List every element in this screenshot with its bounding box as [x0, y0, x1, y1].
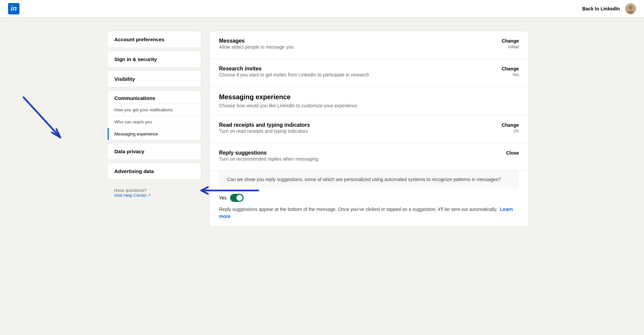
sidebar-item-who-can-reach[interactable]: Who can reach you	[108, 116, 201, 128]
sidebar-section-advertising: Advertising data	[107, 163, 201, 180]
topnav-left: in	[8, 3, 19, 14]
content-card: Messages Allow select people to message …	[209, 31, 529, 227]
messages-row: Messages Allow select people to message …	[210, 31, 528, 59]
sidebar-section-signin: Sign in & security	[107, 51, 201, 68]
sidebar-item-how-notifications[interactable]: How you get your notifications	[108, 104, 201, 116]
topnav-right: Back to LinkedIn	[582, 3, 636, 14]
messages-title: Messages Allow select people to message …	[219, 38, 294, 51]
help-question: Have questions?	[114, 188, 195, 193]
research-invites-row: Research invites Choose if you want to g…	[210, 59, 528, 87]
read-receipts-change-button[interactable]: Change	[502, 122, 519, 128]
sidebar-item-messaging-experience[interactable]: Messaging experience	[108, 128, 201, 140]
sidebar: Account preferences Sign in & security V…	[107, 24, 201, 234]
back-to-linkedin-link[interactable]: Back to LinkedIn	[582, 6, 620, 11]
messages-row-header: Messages Allow select people to message …	[219, 38, 519, 51]
toggle-track	[230, 194, 244, 202]
sidebar-section-visibility: Visibility	[107, 70, 201, 88]
toggle-row: Yes	[219, 194, 519, 202]
reply-suggestions-question: Can we show you reply suggestions, some …	[219, 171, 519, 188]
messages-right: Change InMail	[496, 38, 519, 49]
sidebar-item-visibility[interactable]: Visibility	[108, 71, 201, 87]
reply-suggestions-right: Close	[501, 150, 519, 156]
visit-help-center-link[interactable]: Visit Help Center↗	[114, 193, 151, 198]
research-invites-header: Research invites Choose if you want to g…	[219, 66, 519, 78]
research-invites-status: Yes	[496, 72, 519, 77]
reply-suggestions-toggle[interactable]	[230, 194, 244, 202]
sidebar-item-signin-security[interactable]: Sign in & security	[108, 51, 201, 67]
svg-point-1	[629, 6, 633, 10]
read-receipts-header: Read receipts and typing indicators Turn…	[219, 122, 519, 135]
reply-suggestions-footnote: Reply suggestions appear at the bottom o…	[219, 206, 519, 220]
reply-suggestions-left: Reply suggestions Turn on recommended re…	[219, 150, 318, 163]
avatar[interactable]	[625, 3, 636, 14]
sidebar-help: Have questions? Visit Help Center↗	[107, 182, 201, 203]
read-receipts-row: Read receipts and typing indicators Turn…	[210, 115, 528, 143]
sidebar-item-advertising-data[interactable]: Advertising data	[108, 163, 201, 179]
sidebar-section-communications: Communications How you get your notifica…	[107, 90, 201, 140]
page-wrapper: Account preferences Sign in & security V…	[107, 0, 537, 234]
top-navigation: in Back to LinkedIn	[0, 0, 644, 17]
external-link-icon: ↗	[148, 193, 151, 198]
sidebar-section-account: Account preferences	[107, 31, 201, 48]
toggle-knob	[236, 195, 243, 201]
research-invites-right: Change Yes	[496, 66, 519, 77]
messages-status: InMail	[496, 45, 519, 49]
research-invites-change-button[interactable]: Change	[502, 66, 519, 71]
arrow-annotation	[20, 94, 67, 149]
main-content: Messages Allow select people to message …	[201, 24, 537, 234]
sidebar-communications-header: Communications	[108, 91, 201, 104]
reply-suggestions-header: Reply suggestions Turn on recommended re…	[219, 150, 519, 163]
linkedin-logo: in	[8, 3, 19, 14]
reply-suggestions-close-button[interactable]: Close	[506, 150, 519, 156]
read-receipts-status: On	[496, 129, 519, 133]
messages-change-button[interactable]: Change	[502, 38, 519, 44]
sidebar-item-account-preferences[interactable]: Account preferences	[108, 31, 201, 48]
read-receipts-right: Change On	[496, 122, 519, 133]
toggle-label: Yes	[219, 195, 227, 201]
sidebar-item-data-privacy[interactable]: Data privacy	[108, 143, 201, 160]
reply-suggestions-body: Can we show you reply suggestions, some …	[210, 171, 528, 227]
sidebar-section-data-privacy: Data privacy	[107, 143, 201, 160]
reply-suggestions-row: Reply suggestions Turn on recommended re…	[210, 143, 528, 171]
read-receipts-left: Read receipts and typing indicators Turn…	[219, 122, 310, 135]
research-invites-left: Research invites Choose if you want to g…	[219, 66, 369, 78]
messaging-experience-header: Messaging experience Choose how would yo…	[210, 87, 528, 115]
